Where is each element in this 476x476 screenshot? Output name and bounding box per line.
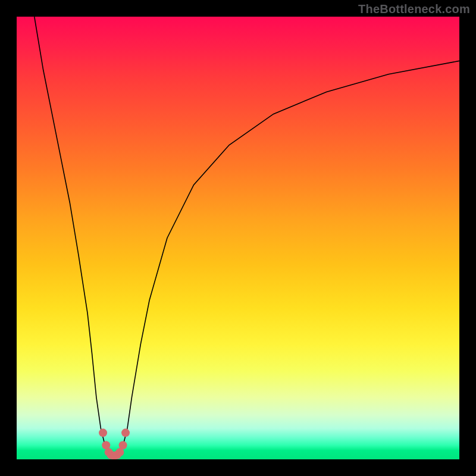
minimum-marker (121, 428, 130, 437)
plot-area (17, 17, 459, 459)
chart-frame: TheBottleneck.com (0, 0, 476, 476)
minimum-marker (102, 441, 110, 449)
minimum-marker (119, 441, 127, 449)
minimum-region-markers (17, 17, 459, 459)
minimum-marker (99, 428, 107, 437)
minimum-marker (115, 448, 124, 456)
watermark-text: TheBottleneck.com (358, 2, 470, 16)
